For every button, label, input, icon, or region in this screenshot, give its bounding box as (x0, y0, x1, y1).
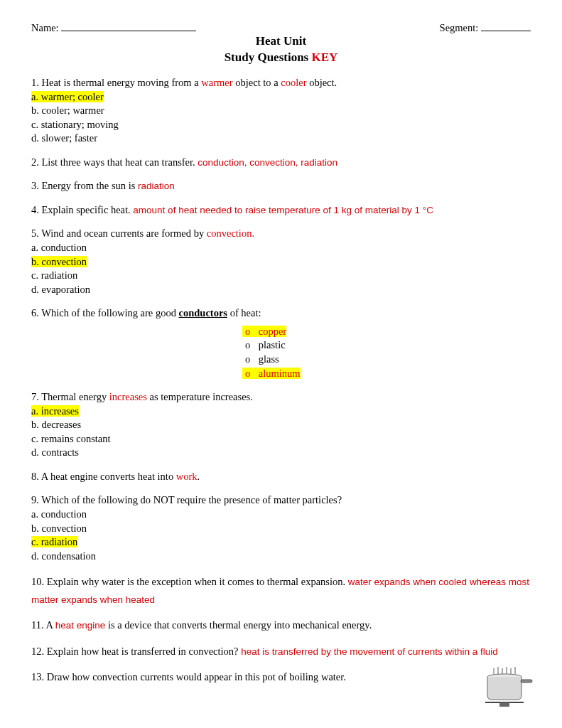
question-13: 13. Draw how convection currents would a… (31, 670, 531, 685)
q1-opt-b: b. cooler; warmer (31, 104, 531, 118)
q5-opt-b: b. convection (31, 256, 87, 267)
q7-opt-d: d. contracts (31, 446, 531, 460)
question-10: 10. Explain why water is the exception w… (31, 573, 531, 609)
q7-opt-c: c. remains constant (31, 432, 531, 446)
worksheet-page: Name: Segment: Heat Unit Study Questions… (0, 0, 562, 728)
question-8: 8. A heat engine converts heat into work… (31, 470, 531, 484)
q9-opt-d: d. condensation (31, 550, 531, 564)
question-1: 1. Heat is thermal energy moving from a … (31, 76, 531, 146)
q4-answer: amount of heat needed to raise temperatu… (133, 205, 433, 215)
q5-options: a. conduction b. convection c. radiation… (31, 241, 531, 296)
name-label: Name: (31, 22, 59, 33)
q5-opt-a: a. conduction (31, 241, 531, 255)
q1-opt-d: d. slower; faster (31, 132, 531, 146)
question-4: 4. Explain specific heat. amount of heat… (31, 203, 531, 218)
question-3: 3. Energy from the sun is radiation (31, 179, 531, 193)
name-blank (61, 20, 196, 31)
q9-opt-a: a. conduction (31, 508, 531, 522)
q7-opt-b: b. decreases (31, 418, 531, 432)
q9-opt-c: c. radiation (31, 536, 77, 547)
q9-options: a. conduction b. convection c. radiation… (31, 508, 531, 563)
q7-options: a. increases b. decreases c. remains con… (31, 405, 531, 460)
q6-opt-plastic: plastic (259, 339, 286, 350)
q1-opt-c: c. stationary; moving (31, 118, 531, 132)
question-5: 5. Wind and ocean currents are formed by… (31, 227, 531, 296)
q5-opt-c: c. radiation (31, 269, 531, 283)
question-12: 12. Explain how heat is transferred in c… (31, 643, 531, 660)
q1-opt-a: a. warmer; cooler (31, 91, 104, 102)
segment-field: Segment: (440, 20, 531, 35)
name-field: Name: (31, 20, 196, 35)
header-row: Name: Segment: (31, 20, 531, 35)
question-11: 11. A heat engine is a device that conve… (31, 619, 531, 633)
question-9: 9. Which of the following do NOT require… (31, 493, 531, 563)
segment-blank (481, 20, 531, 31)
segment-label: Segment: (440, 22, 479, 33)
title-line1: Heat Unit (31, 33, 531, 50)
question-7: 7. Thermal energy increases as temperatu… (31, 390, 531, 460)
pot-icon (478, 667, 534, 708)
question-2: 2. List three ways that heat can transfe… (31, 156, 531, 170)
title-line2: Study Questions KEY (31, 50, 531, 66)
pot-illustration (478, 667, 534, 712)
q3-answer: radiation (138, 181, 175, 191)
q6-options: o copper o plastic o glass o aluminum (242, 325, 320, 380)
question-6: 6. Which of the following are good condu… (31, 306, 531, 380)
q1-options: a. warmer; cooler b. cooler; warmer c. s… (31, 90, 531, 146)
q6-opt-glass: glass (259, 353, 279, 365)
q2-answer: conduction, convection, radiation (198, 157, 337, 168)
q12-answer: heat is transferred by the movement of c… (241, 646, 498, 657)
q5-opt-d: d. evaporation (31, 283, 531, 297)
svg-rect-7 (521, 680, 532, 682)
q7-opt-a: a. increases (31, 405, 79, 417)
svg-rect-9 (499, 702, 509, 707)
q6-opt-aluminum: aluminum (259, 368, 301, 379)
q9-opt-b: b. convection (31, 522, 531, 536)
title-block: Heat Unit Study Questions KEY (31, 33, 531, 66)
q6-opt-copper: copper (259, 326, 286, 337)
